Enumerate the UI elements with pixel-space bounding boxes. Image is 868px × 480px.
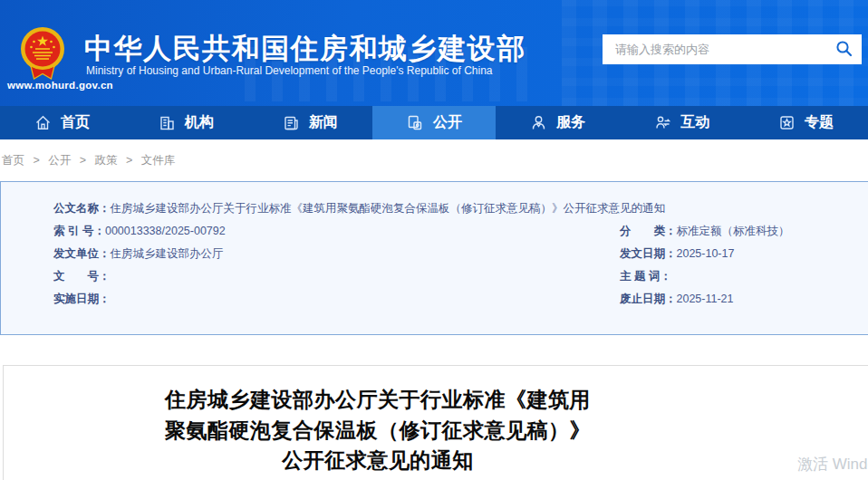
- breadcrumb-item-library[interactable]: 文件库: [141, 154, 176, 167]
- doc-info-left-column: 公文名称：住房城乡建设部办公厅关于行业标准《建筑用聚氨酯硬泡复合保温板（修订征求…: [53, 197, 665, 311]
- article-panel: 住房城乡建设部办公厅关于行业标准《建筑用 聚氨酯硬泡复合保温板（修订征求意见稿）…: [3, 365, 868, 480]
- doc-issue-date-row: 发文日期：2025-10-17: [620, 243, 790, 265]
- nav-label: 新闻: [309, 113, 338, 132]
- home-icon: [34, 114, 52, 131]
- article-title-line: 聚氨酯硬泡复合保温板（修订征求意见稿）》: [165, 418, 591, 442]
- breadcrumb: 首页 > 公开 > 政策 > 文件库: [0, 139, 868, 181]
- site-title: 中华人民共和国住房和城乡建设部: [84, 30, 526, 68]
- breadcrumb-separator: >: [126, 154, 132, 167]
- national-emblem-icon: [20, 26, 65, 81]
- doc-index-row: 索 引 号：000013338/2025-00792: [53, 220, 665, 243]
- breadcrumb-item-home[interactable]: 首页: [2, 154, 24, 167]
- breadcrumb-separator: >: [33, 154, 39, 167]
- breadcrumb-separator: >: [80, 154, 86, 167]
- doc-repeal-date-row: 废止日期：2025-11-21: [620, 288, 790, 311]
- site-url: www.mohurd.gov.cn: [7, 80, 113, 91]
- doc-effective-date-row: 实施日期：: [53, 288, 665, 311]
- news-icon: [283, 114, 300, 131]
- article-title-line: 公开征求意见的通知: [282, 448, 474, 472]
- doc-category-row: 分 类：标准定额（标准科技）: [620, 220, 790, 243]
- nav-item-org[interactable]: 机构: [124, 106, 248, 139]
- nav-label: 机构: [185, 113, 214, 132]
- doc-info-panel: 公文名称：住房城乡建设部办公厅关于行业标准《建筑用聚氨酯硬泡复合保温板（修订征求…: [0, 181, 868, 335]
- doc-info-right-column: 分 类：标准定额（标准科技） 发文日期：2025-10-17 主 题 词： 废止…: [620, 220, 790, 311]
- article-title: 住房城乡建设部办公厅关于行业标准《建筑用 聚氨酯硬泡复合保温板（修订征求意见稿）…: [4, 385, 752, 476]
- nav-label: 首页: [61, 113, 90, 132]
- nav-item-topics[interactable]: 专题: [744, 106, 868, 139]
- search-icon: [835, 40, 853, 60]
- main-nav: 首页 机构 新闻 公开: [0, 106, 868, 139]
- nav-label: 服务: [556, 113, 585, 132]
- activate-windows-watermark: 激活 Windows: [797, 454, 868, 475]
- nav-item-disclosure[interactable]: 公开: [372, 106, 497, 139]
- doc-issuer-row: 发文单位：住房城乡建设部办公厅: [53, 243, 665, 265]
- nav-item-home[interactable]: 首页: [0, 106, 124, 139]
- article-title-line: 住房城乡建设部办公厅关于行业标准《建筑用: [165, 388, 591, 411]
- search-box: [603, 34, 862, 64]
- nav-label: 专题: [805, 113, 834, 132]
- nav-item-interaction[interactable]: 互动: [620, 106, 744, 139]
- nav-label: 互动: [680, 113, 709, 132]
- breadcrumb-item-disclosure[interactable]: 公开: [48, 154, 71, 167]
- interaction-icon: [654, 114, 671, 131]
- disclosure-icon: [406, 114, 424, 132]
- site-header: www.mohurd.gov.cn 中华人民共和国住房和城乡建设部 Minist…: [0, 0, 868, 106]
- service-icon: [530, 114, 547, 131]
- building-icon: [159, 114, 176, 131]
- doc-keywords-row: 主 题 词：: [620, 265, 790, 288]
- nav-label: 公开: [433, 113, 462, 132]
- search-button[interactable]: [825, 34, 862, 64]
- nav-item-services[interactable]: 服务: [496, 106, 620, 139]
- nav-item-news[interactable]: 新闻: [248, 106, 372, 139]
- search-input[interactable]: [603, 34, 825, 64]
- doc-number-row: 文 号：: [53, 265, 665, 288]
- site-subtitle-english: Ministry of Housing and Urban-Rural Deve…: [86, 64, 493, 77]
- breadcrumb-item-policy[interactable]: 政策: [95, 154, 118, 167]
- doc-title-row: 公文名称：住房城乡建设部办公厅关于行业标准《建筑用聚氨酯硬泡复合保温板（修订征求…: [53, 197, 665, 220]
- topic-icon: [778, 114, 796, 131]
